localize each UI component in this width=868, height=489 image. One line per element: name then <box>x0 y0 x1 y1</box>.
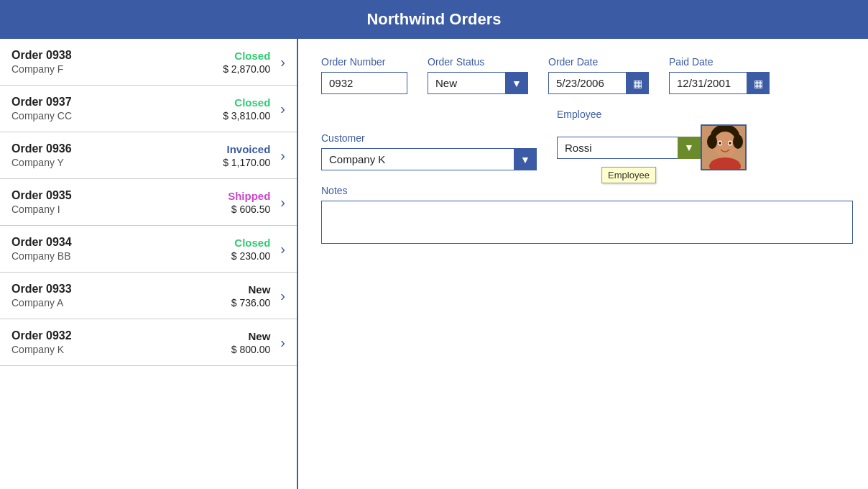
order-date-calendar-icon[interactable]: ▦ <box>626 72 649 94</box>
paid-date-label: Paid Date <box>669 56 770 68</box>
app-header: Northwind Orders <box>0 0 868 39</box>
order-item-info: Order 0937 Company CC <box>11 96 223 122</box>
order-item-right: Closed $ 2,870.00 <box>223 50 270 75</box>
order-list-panel: Order 0938 Company F Closed $ 2,870.00 ›… <box>0 39 298 489</box>
order-item-right: Invoiced $ 1,170.00 <box>223 143 270 168</box>
order-item-status: Shipped <box>228 190 270 202</box>
order-item-number: Order 0932 <box>11 329 231 342</box>
order-item-company: Company I <box>11 204 228 215</box>
chevron-right-icon: › <box>280 54 285 70</box>
order-date-group: Order Date ▦ <box>548 56 649 94</box>
employee-photo <box>701 124 747 170</box>
order-item-right: New $ 736.00 <box>231 283 271 309</box>
order-item-order-0937[interactable]: Order 0937 Company CC Closed $ 3,810.00 … <box>0 86 297 132</box>
form-row-1: Order Number Order Status New Shipped In… <box>321 56 853 94</box>
employee-select[interactable]: Rossi Smith Johnson <box>557 137 701 159</box>
order-item-order-0933[interactable]: Order 0933 Company A New $ 736.00 › <box>0 273 297 319</box>
order-item-status: Closed <box>231 237 271 249</box>
order-item-status: Invoiced <box>223 143 270 155</box>
order-item-order-0932[interactable]: Order 0932 Company K New $ 800.00 › <box>0 319 297 366</box>
svg-point-8 <box>729 142 731 145</box>
chevron-right-icon: › <box>280 288 285 304</box>
customer-select-wrapper: Company A Company BB Company CC Company … <box>321 148 537 170</box>
customer-select[interactable]: Company A Company BB Company CC Company … <box>321 148 537 170</box>
order-item-amount: $ 230.00 <box>231 250 271 262</box>
order-date-label: Order Date <box>548 56 649 68</box>
order-item-number: Order 0936 <box>11 142 223 155</box>
order-item-right: Shipped $ 606.50 <box>228 190 270 215</box>
notes-label: Notes <box>321 185 853 196</box>
order-item-info: Order 0938 Company F <box>11 49 223 75</box>
order-item-company: Company Y <box>11 157 223 168</box>
employee-avatar-svg <box>702 126 747 170</box>
order-item-status: New <box>231 283 271 296</box>
order-item-info: Order 0933 Company A <box>11 283 231 309</box>
notes-textarea[interactable] <box>321 201 853 244</box>
chevron-right-icon: › <box>280 147 285 164</box>
order-item-amount: $ 3,810.00 <box>223 110 270 122</box>
order-number-input[interactable] <box>321 72 407 94</box>
employee-label: Employee <box>557 109 747 120</box>
order-number-label: Order Number <box>321 56 407 68</box>
notes-section: Notes <box>321 185 853 244</box>
paid-date-group: Paid Date ▦ <box>669 56 770 94</box>
order-item-number: Order 0933 <box>11 283 231 296</box>
main-layout: Order 0938 Company F Closed $ 2,870.00 ›… <box>0 39 868 489</box>
order-status-select-wrapper: New Shipped Invoiced Closed ▼ <box>428 72 528 94</box>
order-item-company: Company CC <box>11 110 223 122</box>
order-status-select[interactable]: New Shipped Invoiced Closed <box>428 72 528 94</box>
chevron-right-icon: › <box>280 101 285 117</box>
order-item-number: Order 0935 <box>11 189 228 202</box>
order-item-info: Order 0934 Company BB <box>11 236 231 262</box>
order-item-order-0934[interactable]: Order 0934 Company BB Closed $ 230.00 › <box>0 226 297 273</box>
chevron-right-icon: › <box>280 334 285 351</box>
paid-date-calendar-icon[interactable]: ▦ <box>747 72 770 94</box>
order-status-label: Order Status <box>428 56 528 68</box>
order-item-amount: $ 800.00 <box>231 344 271 355</box>
svg-point-10 <box>733 134 743 149</box>
order-item-company: Company BB <box>11 250 231 262</box>
order-item-order-0938[interactable]: Order 0938 Company F Closed $ 2,870.00 › <box>0 39 297 86</box>
order-item-number: Order 0937 <box>11 96 223 109</box>
order-item-order-0936[interactable]: Order 0936 Company Y Invoiced $ 1,170.00… <box>0 132 297 179</box>
paid-date-wrapper: ▦ <box>669 72 770 94</box>
order-item-amount: $ 606.50 <box>228 204 270 215</box>
detail-panel: Order Number Order Status New Shipped In… <box>298 39 868 489</box>
app-container: Northwind Orders Order 0938 Company F Cl… <box>0 0 868 489</box>
chevron-right-icon: › <box>280 241 285 257</box>
order-number-group: Order Number <box>321 56 407 94</box>
order-item-company: Company F <box>11 63 223 75</box>
svg-point-9 <box>707 134 717 149</box>
employee-select-wrapper: Rossi Smith Johnson ▼ Employee <box>557 137 701 159</box>
order-item-amount: $ 1,170.00 <box>223 157 270 168</box>
svg-point-6 <box>719 142 721 145</box>
order-item-amount: $ 736.00 <box>231 297 271 309</box>
order-item-info: Order 0932 Company K <box>11 329 231 355</box>
order-item-number: Order 0938 <box>11 49 223 62</box>
svg-point-2 <box>714 132 737 157</box>
customer-group: Customer Company A Company BB Company CC… <box>321 132 537 170</box>
form-row-2: Customer Company A Company BB Company CC… <box>321 109 853 170</box>
customer-label: Customer <box>321 132 537 144</box>
order-item-amount: $ 2,870.00 <box>223 63 270 75</box>
order-status-group: Order Status New Shipped Invoiced Closed… <box>428 56 528 94</box>
order-item-status: Closed <box>223 50 270 62</box>
calendar-icon: ▦ <box>633 78 642 89</box>
order-item-right: Closed $ 230.00 <box>231 237 271 262</box>
app-title: Northwind Orders <box>366 10 501 28</box>
order-item-right: Closed $ 3,810.00 <box>223 96 270 122</box>
order-item-right: New $ 800.00 <box>231 330 271 355</box>
order-date-wrapper: ▦ <box>548 72 649 94</box>
order-item-company: Company A <box>11 297 231 309</box>
calendar-icon-2: ▦ <box>754 78 763 89</box>
employee-row: Rossi Smith Johnson ▼ Employee <box>557 124 747 170</box>
order-item-number: Order 0934 <box>11 236 231 249</box>
employee-group: Employee Rossi Smith Johnson ▼ Employe <box>557 109 747 170</box>
order-item-status: New <box>231 330 271 342</box>
order-item-status: Closed <box>223 96 270 109</box>
order-item-company: Company K <box>11 344 231 355</box>
employee-tooltip: Employee <box>601 167 656 183</box>
order-item-info: Order 0936 Company Y <box>11 142 223 168</box>
order-item-info: Order 0935 Company I <box>11 189 228 215</box>
order-item-order-0935[interactable]: Order 0935 Company I Shipped $ 606.50 › <box>0 179 297 226</box>
